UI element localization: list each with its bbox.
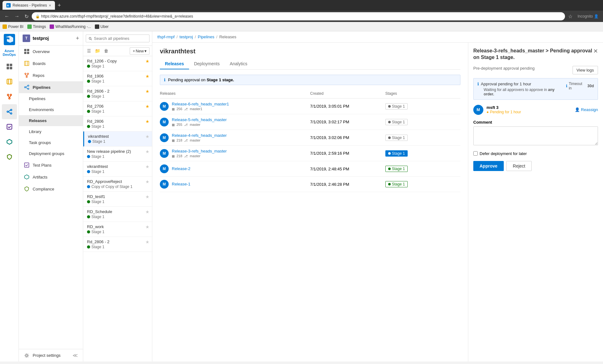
stage-badge[interactable]: Stage 1: [385, 103, 408, 110]
stage-badge[interactable]: Stage 1: [385, 166, 408, 172]
tab-close-icon[interactable]: ✕: [49, 4, 51, 7]
bookmark-uber[interactable]: Uber: [95, 24, 109, 29]
sidebar-item-pipelines-sub[interactable]: Pipelines: [19, 93, 83, 104]
pipeline-item-stage: Stage 1: [91, 79, 104, 83]
release-name-link[interactable]: Release-4-refs_heads_master: [172, 133, 227, 138]
sidebar-item-compliance[interactable]: Compliance: [19, 183, 83, 195]
pipeline-list-item[interactable]: Rd_2806 Stage 1 ★: [83, 116, 152, 131]
star-button[interactable]: ★: [145, 179, 149, 184]
release-name-link[interactable]: Release-6-refs_heads_master1: [172, 102, 229, 106]
project-settings[interactable]: Project settings ≪: [19, 349, 83, 361]
new-pipeline-button[interactable]: + New ▾: [130, 47, 149, 55]
pipeline-list-item[interactable]: Rd_1206 - Copy Stage 1 ★: [83, 56, 152, 71]
breadcrumb-org[interactable]: tfspf-rmpf: [157, 35, 175, 39]
tab-analytics[interactable]: Analytics: [225, 59, 252, 69]
release-name-link[interactable]: Release-2: [172, 166, 190, 171]
sidebar-item-repos[interactable]: Repos: [19, 69, 83, 81]
bookmark-timings[interactable]: Timings: [27, 24, 46, 29]
sidebar-item-releases[interactable]: Releases: [19, 115, 83, 126]
star-button[interactable]: ★: [145, 119, 149, 124]
star-button[interactable]: ★: [145, 104, 149, 109]
new-tab-button[interactable]: +: [56, 2, 62, 9]
nav-boards[interactable]: [2, 74, 17, 89]
defer-checkbox-input[interactable]: [473, 151, 478, 156]
stage-badge[interactable]: Stage 1: [385, 119, 408, 125]
reassign-button[interactable]: 👤 Reassign: [575, 107, 598, 112]
browser-tab[interactable]: R Releases - Pipelines ✕: [3, 1, 55, 10]
list-view-button[interactable]: ☰: [86, 47, 92, 55]
bookmark-star-icon[interactable]: ☆: [566, 13, 574, 20]
nav-overview[interactable]: [2, 59, 17, 74]
pipeline-list-item[interactable]: RD_Schedule Stage 1 ★: [83, 207, 152, 222]
star-button[interactable]: ★: [145, 239, 149, 244]
reject-button[interactable]: Reject: [506, 161, 532, 171]
pipeline-item-status: Stage 1: [87, 245, 148, 249]
panel-close-button[interactable]: ✕: [593, 48, 598, 55]
nav-compliance[interactable]: [2, 149, 17, 164]
release-name-link[interactable]: Release-3-refs_heads_master: [172, 149, 227, 153]
sidebar-item-overview[interactable]: Overview: [19, 46, 83, 57]
pipeline-list-item[interactable]: New release pipeline (2) Stage 1 ★: [83, 147, 152, 162]
pipeline-list-item[interactable]: Rd_2806 - 2 Stage 1 ★: [83, 237, 152, 252]
stage-dot-icon: [388, 152, 391, 155]
comment-textarea[interactable]: [473, 126, 598, 145]
stage-dot-icon: [388, 183, 391, 185]
address-bar[interactable]: 🔒 https://dev.azure.com/tfspf-rmpf/testp…: [32, 12, 565, 20]
bookmark-power-bi[interactable]: Power BI: [3, 24, 24, 29]
nav-repos[interactable]: [2, 89, 17, 104]
pipeline-list-item[interactable]: vikranthtest Stage 1 ★: [83, 131, 152, 147]
breadcrumb-project[interactable]: testproj: [180, 35, 193, 39]
release-name-link[interactable]: Release-5-refs_heads_master: [172, 117, 227, 122]
star-button[interactable]: ★: [145, 164, 149, 169]
pipeline-list-item[interactable]: Rd_2706 Stage 1 ★: [83, 101, 152, 116]
back-button[interactable]: ←: [3, 13, 11, 20]
add-project-button[interactable]: +: [76, 35, 79, 42]
nav-test-plans[interactable]: [2, 119, 17, 134]
star-button[interactable]: ★: [145, 224, 149, 229]
tab-releases[interactable]: Releases: [160, 59, 189, 69]
star-button[interactable]: ★: [145, 74, 149, 79]
star-button[interactable]: ★: [145, 149, 149, 154]
pipeline-list-item[interactable]: RD_work Stage 1 ★: [83, 222, 152, 237]
build-icon: ▦: [172, 107, 175, 111]
sidebar-item-environments[interactable]: Environments: [19, 104, 83, 115]
stage-badge[interactable]: Stage 1: [385, 181, 408, 187]
tab-deployments[interactable]: Deployments: [189, 59, 225, 69]
star-button[interactable]: ★: [145, 134, 149, 139]
collapse-icon[interactable]: ≪: [73, 352, 78, 358]
stage-label: Stage 1: [392, 120, 405, 124]
reload-button[interactable]: ↻: [23, 13, 30, 20]
sidebar-item-deployment-groups[interactable]: Deployment groups: [19, 148, 83, 159]
bookmark-whatwasrunning[interactable]: WhatWasRunning -...: [50, 24, 91, 29]
stage-badge[interactable]: Stage 1: [385, 150, 408, 157]
sidebar-item-test-plans[interactable]: Test Plans: [19, 159, 83, 171]
release-avatar: M: [160, 133, 169, 142]
stage-badge[interactable]: Stage 1: [385, 135, 408, 141]
sidebar-item-library[interactable]: Library: [19, 126, 83, 137]
azure-devops-logo[interactable]: [4, 34, 15, 45]
search-input[interactable]: [94, 36, 147, 41]
sidebar-item-artifacts[interactable]: Artifacts: [19, 171, 83, 183]
view-logs-button[interactable]: View logs: [573, 66, 598, 74]
forward-button[interactable]: →: [13, 13, 21, 20]
star-button[interactable]: ★: [145, 194, 149, 199]
delete-button[interactable]: 🗑: [103, 47, 110, 55]
nav-artifacts[interactable]: [2, 134, 17, 149]
star-button[interactable]: ★: [145, 59, 149, 64]
pipeline-list-item[interactable]: RD_ApproveReject Copy of Copy of Stage 1…: [83, 177, 152, 192]
pipeline-list-item[interactable]: Rd_2606 - 2 Stage 1 ★: [83, 86, 152, 101]
nav-pipelines[interactable]: [2, 104, 17, 119]
release-name-link[interactable]: Release-1: [172, 182, 190, 186]
pipeline-list-item[interactable]: RD_testf1 Stage 1 ★: [83, 192, 152, 207]
approve-button[interactable]: Approve: [473, 161, 504, 171]
star-button[interactable]: ★: [145, 209, 149, 214]
folder-view-button[interactable]: 📁: [94, 47, 101, 55]
pipeline-list-item[interactable]: vikranthtest Stage 1 ★: [83, 162, 152, 177]
sidebar-item-boards[interactable]: Boards: [19, 57, 83, 69]
star-button[interactable]: ★: [145, 89, 149, 94]
pipeline-list-item[interactable]: Rd_1906 Stage 1 ★: [83, 71, 152, 86]
search-box[interactable]: [86, 35, 149, 42]
breadcrumb-pipelines[interactable]: Pipelines: [198, 35, 215, 39]
sidebar-item-task-groups[interactable]: Task groups: [19, 137, 83, 148]
sidebar-item-pipelines[interactable]: Pipelines: [19, 81, 83, 93]
